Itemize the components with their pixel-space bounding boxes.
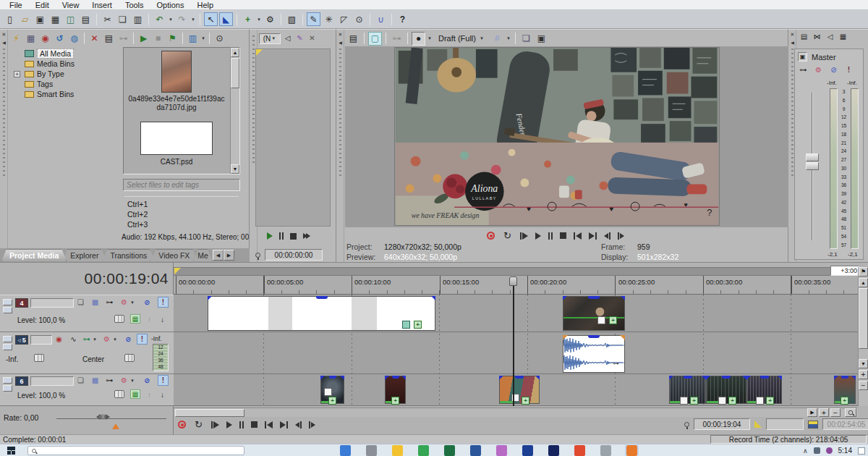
search-media-button[interactable]: ⊙ — [213, 32, 226, 46]
previous-frame-button[interactable] — [604, 232, 610, 240]
views-dropdown[interactable]: ▾ — [200, 35, 206, 41]
timeline-timecode-display[interactable]: 00:00:19:04 — [85, 270, 169, 287]
track-motion-button[interactable]: ❏ — [75, 297, 86, 308]
close-panel-icon[interactable]: ✕ — [1, 31, 7, 38]
rate-slider-line[interactable] — [56, 418, 166, 419]
redo-dropdown[interactable]: ▾ — [190, 17, 196, 22]
cut-button[interactable]: ✂ — [101, 12, 114, 26]
fader-handle[interactable] — [806, 162, 819, 170]
tab-video-fx[interactable]: Video FX — [150, 249, 197, 261]
event-fx-icon[interactable]: + — [522, 397, 529, 405]
zoom-out-time-button[interactable]: − — [830, 408, 841, 417]
capture-video-button[interactable]: ▧ — [285, 12, 299, 26]
split-screen-view-button[interactable]: ● — [412, 32, 425, 46]
zoom-in-time-button[interactable]: + — [819, 408, 829, 417]
track-fx-button[interactable]: ⊶▾ — [81, 334, 98, 345]
taskbar-clock[interactable]: 5:14 — [838, 447, 852, 455]
insert-track-button[interactable]: + — [241, 12, 255, 26]
trimmer-close-button[interactable]: ✕ — [307, 33, 318, 44]
menu-options[interactable]: Options — [150, 1, 191, 9]
undo-button[interactable]: ↶ — [153, 12, 166, 26]
insert-track-dropdown[interactable]: ▾ — [256, 17, 262, 22]
event-fx-icon[interactable]: + — [391, 397, 399, 405]
scroll-thumb[interactable] — [175, 409, 244, 417]
downmix-output-button[interactable]: ⋈ — [812, 31, 822, 42]
tray-icon[interactable] — [814, 447, 820, 454]
event-fx-icon[interactable]: + — [690, 397, 698, 405]
rate-scrub-handle[interactable] — [96, 414, 110, 420]
event-pan-crop-icon[interactable] — [324, 388, 332, 396]
menu-view[interactable]: View — [56, 1, 86, 9]
split-screen-dropdown[interactable]: ▾ — [427, 35, 433, 41]
redo-button[interactable]: ↷ — [175, 12, 189, 26]
media-properties-button[interactable]: ▤ — [102, 32, 116, 46]
event-fx-icon[interactable]: ⊶ — [612, 360, 620, 368]
preview-quality-dropdown[interactable]: ▾ — [479, 35, 485, 41]
slip-edit-tool-button[interactable]: ✎ — [307, 12, 320, 26]
capture-video-button[interactable]: ▦ — [24, 32, 38, 46]
event-fx-icon[interactable]: + — [766, 397, 774, 405]
taskbar-app-icon[interactable] — [548, 445, 559, 456]
end-time-box[interactable]: 00:02:54:05 — [822, 418, 868, 430]
taskbar-app-icon[interactable] — [496, 445, 507, 456]
next-frame-button[interactable] — [309, 421, 315, 428]
tray-icon[interactable] — [826, 447, 833, 454]
selection-length-box[interactable] — [766, 418, 804, 430]
undo-dropdown[interactable]: ▾ — [168, 17, 174, 22]
timeline-event-clip[interactable]: + — [499, 376, 540, 404]
external-monitor-button[interactable]: ▢ — [368, 32, 382, 46]
menu-insert[interactable]: Insert — [85, 1, 119, 9]
invert-phase-button[interactable]: ∿ — [68, 334, 79, 345]
project-properties-button[interactable]: ▤ — [79, 12, 93, 26]
play-button[interactable] — [267, 232, 273, 240]
event-pan-crop-icon[interactable] — [402, 321, 410, 329]
taskbar-app-icon[interactable] — [574, 445, 585, 456]
automation-settings-button[interactable]: ⚙ — [263, 12, 277, 26]
minimize-track-button[interactable] — [3, 299, 12, 305]
solo-button[interactable]: ! — [158, 297, 169, 308]
taskbar-app-icon[interactable] — [600, 445, 611, 456]
stop-button[interactable] — [560, 232, 566, 239]
fader-handle[interactable] — [806, 153, 819, 161]
composite-parent-up-button[interactable]: ↑ — [144, 314, 155, 325]
trimmer-audio-button[interactable]: ◁ — [282, 33, 293, 44]
menu-file[interactable]: File — [3, 1, 29, 9]
marker-bar[interactable] — [174, 267, 858, 276]
tab-project-media[interactable]: Project Media — [1, 249, 67, 261]
scroll-down-button[interactable]: ▼ — [859, 359, 868, 368]
automation-settings-button[interactable]: ⚙▾ — [101, 334, 118, 345]
expand-keyframes-button[interactable]: ↓ — [157, 314, 168, 325]
zoom-in-track-button[interactable]: + — [859, 370, 868, 379]
track-header-6[interactable]: 6 ❏ ▩ ⊶ ⚙▾ ⊘ ! Level: 100,0 % ▦ ↑ ↓ — [0, 374, 174, 406]
get-media-from-device-button[interactable]: ◉ — [38, 32, 52, 46]
get-media-from-web-button[interactable]: ◍ — [67, 32, 81, 46]
mute-button[interactable]: ⊘ — [142, 297, 153, 308]
views-button[interactable]: ▥ — [186, 32, 200, 46]
pin-panel-icon[interactable]: ◀ — [337, 39, 344, 46]
trimmer-view-dropdown[interactable]: (N▾ — [259, 33, 281, 44]
extract-audio-cd-button[interactable]: ↺ — [53, 32, 67, 46]
minimize-track-button[interactable] — [3, 336, 12, 342]
scroll-up-button[interactable]: ▲ — [859, 278, 868, 287]
new-project-button[interactable]: ▯ — [3, 12, 17, 26]
menu-help[interactable]: Help — [190, 1, 220, 9]
save-snapshot-button[interactable]: ▣ — [535, 32, 548, 46]
dim-output-button[interactable]: ◁ — [825, 31, 835, 42]
stop-preview-button[interactable]: ■ — [151, 32, 165, 46]
enable-snapping-button[interactable]: ∪ — [374, 12, 388, 26]
tree-item-tags[interactable]: Tags — [9, 79, 122, 89]
scroll-thumb[interactable] — [859, 288, 868, 349]
grid-overlay-dropdown[interactable]: ▾ — [506, 35, 511, 41]
menu-tools[interactable]: Tools — [119, 1, 150, 9]
timeline-event-title[interactable]: + — [208, 296, 435, 331]
tray-chevron-icon[interactable]: ∧ — [803, 447, 808, 455]
expand-icon[interactable]: + — [14, 71, 20, 77]
copy-button[interactable]: ❏ — [116, 12, 129, 26]
composite-child-button[interactable]: ▦ — [130, 314, 140, 324]
timeline-event-video[interactable]: + — [563, 296, 625, 331]
tab-scroll-left[interactable]: ◀ — [213, 250, 224, 261]
scroll-down-button[interactable]: ▼ — [231, 164, 239, 174]
taskbar-app-icon-active[interactable] — [626, 445, 637, 456]
track-fx-button[interactable]: ⊶ — [104, 297, 115, 308]
expand-keyframes-button[interactable]: ↓ — [157, 389, 168, 400]
